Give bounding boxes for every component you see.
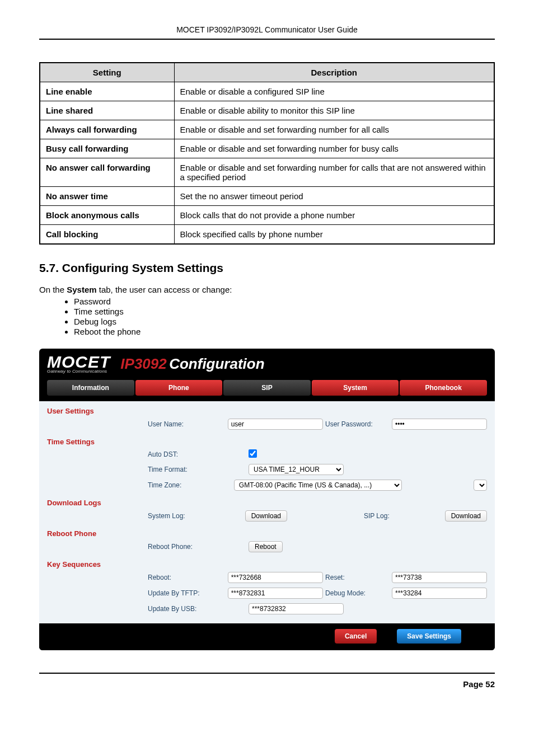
table-row: Call blockingBlock specified calls by ph…	[40, 225, 494, 245]
col-setting: Setting	[40, 63, 174, 82]
label-ks-debug: Debug Mode:	[325, 589, 392, 597]
table-row: Busy call forwardingEnable or disable an…	[40, 139, 494, 158]
tab-information[interactable]: Information	[47, 380, 134, 396]
section-time-settings: Time Settings	[39, 432, 495, 447]
bullet-item: Debug logs	[74, 317, 495, 326]
table-row: Line sharedEnable or disable ability to …	[40, 101, 494, 120]
doc-header: MOCET IP3092/IP3092L Communicator User G…	[39, 25, 495, 40]
table-row: No answer timeSet the no answer timeout …	[40, 187, 494, 206]
label-rebootphone: Reboot Phone:	[148, 543, 249, 551]
input-userpassword[interactable]	[392, 419, 487, 430]
setting-desc: Enable or disable and set forwarding num…	[174, 139, 494, 158]
section-user-settings: User Settings	[39, 401, 495, 416]
table-row: Always call forwardingEnable or disable …	[40, 120, 494, 139]
brand-model: IP3092	[120, 355, 166, 372]
tab-bar: Information Phone SIP System Phonebook	[39, 377, 495, 401]
input-ks-debug[interactable]	[392, 588, 487, 599]
setting-label: No answer time	[40, 187, 174, 206]
tab-phonebook[interactable]: Phonebook	[400, 380, 487, 396]
label-ks-reset: Reset:	[325, 574, 392, 581]
table-row: Block anonymous callsBlock calls that do…	[40, 206, 494, 225]
setting-label: No answer call forwarding	[40, 158, 174, 187]
section-download-logs: Download Logs	[39, 493, 495, 508]
button-cancel[interactable]: Cancel	[335, 629, 377, 644]
col-description: Description	[174, 63, 494, 82]
select-timeformat[interactable]: USA TIME_12_HOUR	[249, 464, 344, 475]
config-panel: MOCET Gateway to Communications IP3092 C…	[39, 349, 495, 650]
label-siplog: SIP Log:	[364, 512, 445, 520]
section-key-sequences: Key Sequences	[39, 555, 495, 570]
label-systemlog: System Log:	[148, 512, 245, 520]
setting-label: Block anonymous calls	[40, 206, 174, 225]
bullet-item: Time settings	[74, 307, 495, 316]
logo-sub: Gateway to Communications	[47, 369, 110, 373]
setting-desc: Set the no answer timeout period	[174, 187, 494, 206]
checkbox-autodst[interactable]	[249, 449, 257, 458]
label-ks-usb: Update By USB:	[148, 605, 249, 613]
section-reboot-phone: Reboot Phone	[39, 524, 495, 539]
brand-logo: MOCET Gateway to Communications	[47, 354, 110, 373]
setting-label: Call blocking	[40, 225, 174, 245]
tab-system[interactable]: System	[312, 380, 399, 396]
input-ks-reboot[interactable]	[228, 572, 323, 583]
input-ks-usb[interactable]	[249, 603, 344, 614]
setting-label: Line shared	[40, 101, 174, 120]
label-autodst: Auto DST:	[148, 450, 249, 458]
input-ks-reset[interactable]	[392, 572, 487, 583]
input-username[interactable]	[228, 419, 323, 430]
setting-label: Line enable	[40, 82, 174, 101]
label-timeformat: Time Format:	[148, 466, 249, 473]
label-userpassword: User Password:	[325, 420, 392, 428]
brand-conf: Configuration	[169, 355, 264, 372]
intro-bullets: Password Time settings Debug logs Reboot…	[74, 297, 495, 336]
setting-desc: Enable or disable and set forwarding num…	[174, 120, 494, 139]
setting-desc: Block calls that do not provide a phone …	[174, 206, 494, 225]
intro-text: On the System tab, the user can access o…	[39, 285, 495, 294]
page-footer: Page 52	[39, 673, 495, 689]
tab-phone[interactable]: Phone	[135, 380, 223, 396]
select-timezone[interactable]: GMT-08:00 (Pacific Time (US & Canada), .…	[234, 480, 402, 491]
tab-sip[interactable]: SIP	[223, 380, 311, 396]
setting-desc: Enable or disable a configured SIP line	[174, 82, 494, 101]
setting-label: Busy call forwarding	[40, 139, 174, 158]
label-username: User Name:	[148, 420, 228, 428]
bullet-item: Password	[74, 297, 495, 306]
table-row: Line enableEnable or disable a configure…	[40, 82, 494, 101]
button-save-settings[interactable]: Save Settings	[397, 629, 461, 644]
setting-label: Always call forwarding	[40, 120, 174, 139]
section-title: 5.7. Configuring System Settings	[39, 261, 495, 275]
settings-table: Setting Description Line enableEnable or…	[39, 62, 495, 245]
setting-desc: Block specified calls by phone number	[174, 225, 494, 245]
button-download-systemlog[interactable]: Download	[245, 510, 287, 522]
label-ks-reboot: Reboot:	[148, 574, 228, 581]
label-timezone: Time Zone:	[148, 481, 234, 489]
table-row: No answer call forwardingEnable or disab…	[40, 158, 494, 187]
label-ks-tftp: Update By TFTP:	[148, 589, 228, 597]
input-ks-tftp[interactable]	[228, 588, 323, 599]
bullet-item: Reboot the phone	[74, 327, 495, 336]
logo-main: MOCET	[47, 354, 110, 369]
button-download-siplog[interactable]: Download	[445, 510, 487, 522]
setting-desc: Enable or disable and set forwarding num…	[174, 158, 494, 187]
button-reboot[interactable]: Reboot	[249, 541, 283, 552]
select-timezone-extra[interactable]	[474, 480, 487, 491]
setting-desc: Enable or disable ability to monitor thi…	[174, 101, 494, 120]
